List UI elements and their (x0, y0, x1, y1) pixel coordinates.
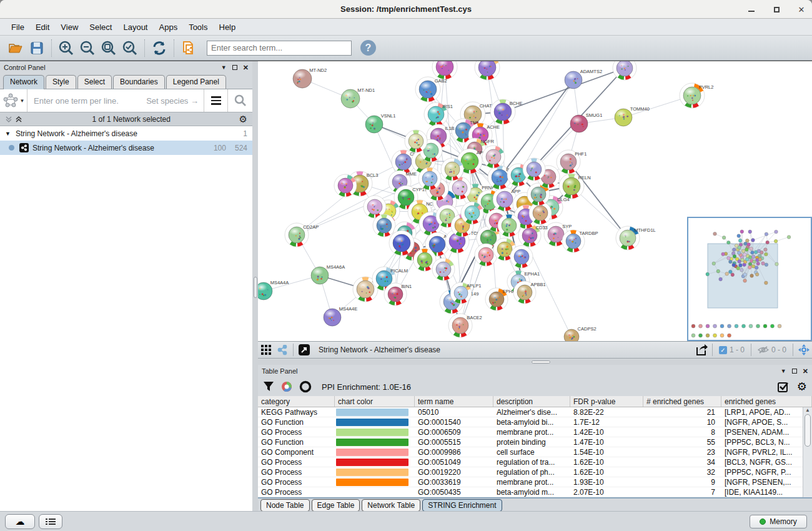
close-button[interactable]: ✕ (797, 5, 806, 14)
node-bin1[interactable]: BIN1 (384, 283, 412, 305)
node-irs1[interactable]: IRS1 (424, 102, 453, 126)
table-row[interactable]: GO ComponentGO:0009986cell surface1.54E-… (258, 447, 812, 457)
node-adamts2[interactable]: ADAMTS2 (565, 69, 602, 89)
tab-node-table[interactable]: Node Table (260, 499, 310, 512)
network-view[interactable]: MT-ND2MT-ND1VSNL1GAB2ADAMTS2PVRL2TOMM40S… (258, 61, 812, 341)
tab-network[interactable]: Network (3, 75, 44, 89)
menu-file[interactable]: File (6, 21, 29, 34)
tab-select[interactable]: Select (77, 75, 112, 89)
tab-legend-panel[interactable]: Legend Panel (166, 75, 226, 89)
menu-help[interactable]: Help (214, 21, 241, 34)
node-tomm40[interactable]: TOMM40 (615, 106, 650, 126)
string-network-icon[interactable] (274, 343, 290, 357)
collapse-arrow-icon[interactable]: ▼ (5, 131, 11, 137)
splitter-grip[interactable] (532, 360, 550, 364)
panel-close-icon[interactable]: ✕ (803, 367, 808, 375)
network-row-selected[interactable]: String Network - Alzheimer's disease 100… (0, 141, 252, 155)
tab-boundaries[interactable]: Boundaries (113, 75, 165, 89)
table-row[interactable]: GO FunctionGO:0001540beta-amyloid bi...1… (258, 417, 812, 427)
column-header[interactable]: term name (415, 396, 493, 407)
table-scrollbar[interactable]: ▲ (803, 407, 812, 497)
table-row[interactable]: GO ProcessGO:0050435beta-amyloid m...2.0… (258, 487, 812, 497)
table-settings-gear-icon[interactable]: ⚙ (797, 380, 807, 394)
task-list-button[interactable] (39, 514, 62, 529)
navigator-compass-icon[interactable] (796, 343, 812, 357)
tab-edge-table[interactable]: Edge Table (312, 499, 360, 512)
network-options-gear-icon[interactable]: ⚙ (239, 114, 247, 125)
save-session-icon[interactable] (26, 38, 47, 58)
column-header[interactable]: chart color (335, 396, 415, 407)
search-input[interactable] (207, 41, 352, 56)
node-gab2[interactable]: GAB2 (415, 77, 447, 102)
node[interactable] (432, 61, 457, 79)
select-all-checkbox-icon[interactable] (778, 381, 790, 393)
network-nodes[interactable]: MT-ND2MT-ND1VSNL1GAB2ADAMTS2PVRL2TOMM40S… (258, 61, 713, 341)
refresh-icon[interactable] (149, 38, 170, 58)
open-in-string-icon[interactable] (296, 343, 312, 357)
export-network-icon[interactable] (693, 343, 710, 357)
birds-eye-view[interactable] (688, 217, 811, 340)
maximize-button[interactable] (772, 5, 781, 14)
node[interactable] (482, 146, 505, 168)
menu-edit[interactable]: Edit (31, 21, 54, 34)
collapse-expand-icons[interactable] (5, 116, 24, 123)
node-apbb1[interactable]: APBB1 (513, 281, 546, 304)
zoom-fit-icon[interactable] (98, 38, 119, 58)
menu-view[interactable]: View (56, 21, 83, 34)
table-row[interactable]: KEGG Pathways05010Alzheimer's dise...8.8… (258, 407, 812, 417)
column-header[interactable]: description (493, 396, 570, 407)
zoom-out-icon[interactable] (77, 38, 98, 58)
node[interactable] (432, 258, 455, 280)
panel-float-icon[interactable] (232, 65, 237, 70)
column-header[interactable]: enriched genes (721, 396, 812, 407)
node-ms4a4a[interactable]: MS4A4A (258, 280, 289, 300)
node-bace2[interactable]: BACE2 (448, 314, 482, 337)
node-cd2ap[interactable]: CD2AP (285, 223, 319, 247)
node-vsnl1[interactable]: VSNL1 (365, 113, 395, 133)
node-phf1[interactable]: PHF1 (557, 150, 587, 174)
minimize-button[interactable] (747, 5, 756, 14)
search-options-icon[interactable] (204, 89, 227, 112)
node-bche[interactable]: BCHE (490, 99, 523, 124)
terms-input[interactable]: Enter one term per line. (34, 96, 146, 106)
node-ms4a4e[interactable]: MS4A4E (324, 306, 357, 326)
title-bar[interactable]: Session: /tmp/enrichmentTest.cys ✕ (0, 0, 812, 19)
table-row[interactable]: GO ProcessGO:0006509membrane prot...1.42… (258, 427, 812, 437)
node-epha5[interactable]: EPHA5 (485, 288, 518, 310)
node[interactable] (373, 214, 395, 237)
node-mthfd1l[interactable]: MTHFD1L (616, 226, 656, 250)
memory-button[interactable]: Memory (750, 515, 807, 529)
panel-menu-icon[interactable]: ▼ (781, 368, 786, 374)
panel-float-icon[interactable] (792, 369, 797, 374)
table-row[interactable]: GO ProcessGO:0033619membrane prot...1.93… (258, 477, 812, 487)
column-header[interactable]: category (258, 396, 335, 407)
column-header[interactable]: # enriched genes (643, 396, 721, 407)
pie-chart-icon[interactable] (280, 380, 293, 393)
node[interactable] (498, 214, 520, 237)
splitter-grip[interactable] (254, 277, 257, 298)
node[interactable] (418, 167, 441, 190)
node-reln[interactable]: RELN (559, 174, 591, 199)
selected-nodes-badge[interactable]: ✓ 1 - 0 (715, 345, 748, 354)
string-search-icon[interactable] (227, 89, 252, 112)
node-cadps2[interactable]: CADPS2 (564, 326, 597, 341)
node[interactable] (475, 61, 500, 80)
node[interactable] (461, 202, 483, 224)
grid-view-icon[interactable] (258, 343, 274, 357)
zoom-selected-icon[interactable] (119, 38, 141, 58)
scrollbar-thumb[interactable] (805, 414, 811, 447)
node-smug1[interactable]: SMUG1 (570, 112, 602, 132)
node-pvrl2[interactable]: PVRL2 (680, 83, 713, 108)
node[interactable] (441, 158, 463, 181)
tab-string-enrichment[interactable]: STRING Enrichment (422, 499, 502, 512)
task-history-button[interactable]: ☁ (5, 514, 35, 529)
tab-network-table[interactable]: Network Table (362, 499, 420, 512)
horizontal-splitter[interactable] (258, 359, 812, 365)
network-collection-row[interactable]: ▼ String Network - Alzheimer's disease 1 (0, 126, 252, 141)
menu-layout[interactable]: Layout (118, 21, 152, 34)
filter-icon[interactable] (263, 381, 274, 392)
table-header-row[interactable]: categorychart colorterm namedescriptionF… (258, 396, 812, 407)
zoom-in-icon[interactable] (56, 38, 77, 58)
panel-close-icon[interactable]: ✕ (243, 64, 249, 72)
set-species-link[interactable]: Set species → (146, 96, 199, 106)
